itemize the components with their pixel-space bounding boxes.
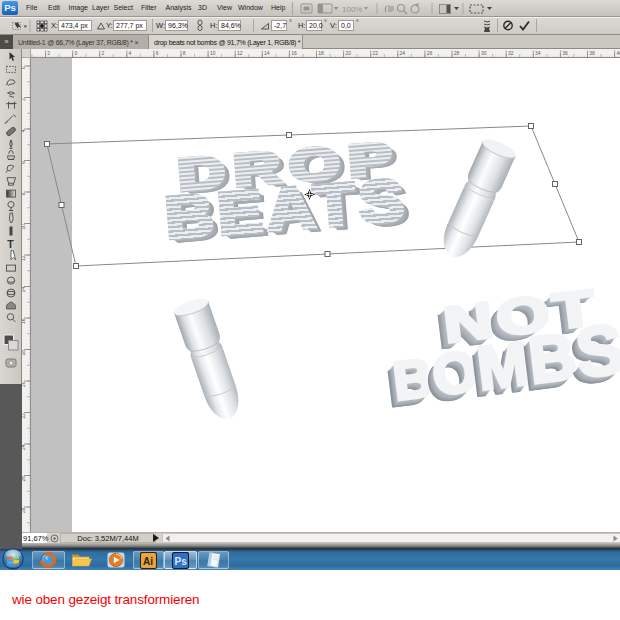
svg-text:18: 18 [318, 50, 324, 56]
svg-text:2: 2 [47, 50, 50, 56]
svg-text:22: 22 [373, 50, 379, 56]
svg-text:34: 34 [535, 50, 541, 56]
svg-text:32: 32 [508, 50, 514, 56]
svg-text:36: 36 [562, 50, 568, 56]
svg-text:T: T [7, 238, 14, 250]
svg-text:20: 20 [345, 50, 351, 56]
svg-text:38: 38 [589, 50, 595, 56]
svg-text:30: 30 [481, 50, 487, 56]
svg-text:24: 24 [400, 50, 406, 56]
svg-text:16: 16 [291, 50, 297, 56]
svg-text:12: 12 [237, 50, 243, 56]
svg-text:40: 40 [616, 50, 620, 56]
svg-text:Ai: Ai [143, 556, 153, 567]
svg-text:2: 2 [102, 50, 105, 56]
svg-text:26: 26 [427, 50, 433, 56]
svg-text:4: 4 [129, 50, 132, 56]
svg-text:6: 6 [156, 50, 159, 56]
svg-text:0: 0 [74, 50, 77, 56]
svg-text:10: 10 [210, 50, 216, 56]
svg-text:100%: 100% [342, 5, 362, 14]
svg-text:8: 8 [183, 50, 186, 56]
svg-text:14: 14 [264, 50, 270, 56]
svg-text:Ps: Ps [175, 556, 188, 567]
svg-text:28: 28 [454, 50, 460, 56]
